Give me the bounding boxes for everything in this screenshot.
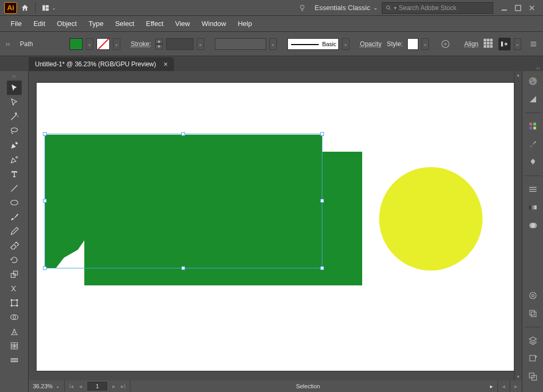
ellipse-tool[interactable] [7, 195, 22, 210]
selection-tool[interactable] [7, 81, 22, 95]
curvature-tool[interactable] [7, 152, 22, 167]
isolate-dropdown[interactable]: ⌄ [514, 38, 521, 50]
menu-help[interactable]: Help [232, 18, 257, 30]
stroke-swatch-none[interactable] [97, 38, 110, 50]
arrange-documents-icon[interactable]: ⌄ [38, 0, 59, 16]
handle-s[interactable] [181, 266, 185, 270]
width-tool[interactable] [7, 281, 22, 295]
lasso-tool[interactable] [7, 124, 22, 138]
pencil-tool[interactable] [7, 224, 22, 238]
search-input[interactable]: ▾ Search Adobe Stock [382, 2, 493, 14]
zoom-field[interactable]: 36.23% ⌄ [29, 380, 65, 392]
last-artboard-icon[interactable]: ▸I [121, 383, 126, 390]
handle-e[interactable] [320, 199, 324, 203]
artboard-index[interactable]: 1 [87, 382, 107, 390]
prev-artboard-icon[interactable]: ◂ [79, 383, 82, 390]
yellow-circle[interactable] [379, 167, 483, 271]
menu-window[interactable]: Window [196, 18, 231, 30]
variable-width-profile[interactable] [215, 38, 266, 50]
stroke-dropdown[interactable]: ⌄ [113, 38, 120, 50]
style-swatch[interactable] [407, 38, 418, 50]
canvas-area[interactable]: ▴ ▾ 36.23% ⌄ I◂ ◂ 1 ▸ ▸I Selection ▸ ◂ ▸ [29, 71, 522, 392]
fill-dropdown[interactable]: ⌄ [86, 38, 93, 50]
pen-tool[interactable] [7, 138, 22, 152]
panels-collapse-chevron[interactable]: ‹‹ [536, 65, 540, 71]
home-icon[interactable] [17, 0, 33, 16]
vertical-scrollbar[interactable]: ▴ ▾ [514, 71, 522, 380]
selection-bounding-box[interactable] [45, 134, 322, 268]
brush-dropdown[interactable]: ⌄ [342, 38, 349, 50]
shape-builder-tool[interactable] [7, 310, 22, 324]
first-artboard-icon[interactable]: I◂ [69, 383, 74, 390]
line-tool[interactable] [7, 181, 22, 195]
direct-selection-tool[interactable] [7, 95, 22, 109]
appearance-panel-icon[interactable] [526, 289, 540, 302]
tools-collapse-chevron[interactable]: ›› [12, 73, 16, 81]
menu-type[interactable]: Type [83, 18, 109, 30]
menu-file[interactable]: File [5, 18, 27, 30]
stroke-weight-field[interactable] [166, 38, 194, 50]
menu-effect[interactable]: Effect [141, 18, 169, 30]
mesh-tool[interactable] [7, 338, 22, 353]
artboards-panel-icon[interactable] [526, 370, 540, 384]
scroll-left-icon[interactable]: ◂ [498, 380, 510, 392]
free-transform-tool[interactable] [7, 295, 22, 310]
brush-definition[interactable]: Basic [287, 38, 339, 50]
horizontal-scrollbar[interactable] [29, 372, 514, 380]
expand-control-icon[interactable]: ›› [3, 40, 13, 48]
handle-n[interactable] [181, 132, 185, 136]
asset-export-panel-icon[interactable] [526, 352, 540, 365]
stroke-label[interactable]: Stroke: [130, 40, 152, 48]
brushes-panel-icon[interactable] [526, 137, 540, 151]
menu-edit[interactable]: Edit [28, 18, 50, 30]
handle-se[interactable] [320, 266, 324, 270]
variable-width-dropdown[interactable]: ⌄ [269, 38, 277, 50]
status-mode[interactable]: Selection [130, 380, 486, 392]
rotate-tool[interactable] [7, 252, 22, 267]
handle-w[interactable] [43, 199, 47, 203]
lightbulb-icon[interactable] [294, 0, 310, 16]
opacity-label[interactable]: Opacity [359, 40, 383, 48]
menu-object[interactable]: Object [51, 18, 82, 30]
handle-sw[interactable] [43, 266, 47, 270]
style-dropdown[interactable]: ⌄ [422, 38, 429, 50]
transparency-panel-icon[interactable] [526, 219, 540, 232]
document-tab[interactable]: Untitled-1* @ 36.23% (RGB/GPU Preview) × [29, 57, 174, 71]
stroke-weight-dropdown[interactable]: ⌄ [197, 38, 204, 50]
paintbrush-tool[interactable] [7, 210, 22, 224]
control-menu-icon[interactable] [528, 38, 540, 50]
color-guide-panel-icon[interactable] [526, 92, 540, 106]
close-icon[interactable]: × [163, 60, 168, 68]
isolate-mode-icon[interactable] [498, 38, 511, 50]
graphic-styles-panel-icon[interactable] [526, 307, 540, 320]
recolor-artwork-icon[interactable] [439, 38, 451, 50]
menu-select[interactable]: Select [110, 18, 139, 30]
color-panel-icon[interactable] [526, 74, 540, 88]
symbols-panel-icon[interactable] [526, 155, 540, 169]
layers-panel-icon[interactable] [526, 334, 540, 347]
maximize-button[interactable] [512, 3, 524, 13]
gradient-panel-icon[interactable] [526, 201, 540, 214]
artboard[interactable] [37, 83, 514, 371]
scroll-right-icon[interactable]: ▸ [510, 380, 522, 392]
next-artboard-icon[interactable]: ▸ [112, 383, 116, 390]
eraser-tool[interactable] [7, 238, 22, 252]
handle-nw[interactable] [43, 132, 47, 136]
magic-wand-tool[interactable] [7, 109, 22, 124]
fill-swatch[interactable] [69, 38, 83, 50]
type-tool[interactable] [7, 167, 22, 181]
perspective-grid-tool[interactable] [7, 324, 22, 338]
status-play-icon[interactable]: ▸ [486, 380, 498, 392]
minimize-button[interactable] [498, 3, 510, 13]
stroke-panel-icon[interactable] [526, 182, 540, 196]
close-button[interactable] [526, 3, 538, 13]
swatches-panel-icon[interactable] [526, 119, 540, 133]
scroll-up-icon[interactable]: ▴ [514, 71, 522, 79]
align-label[interactable]: Align [463, 40, 480, 48]
scroll-down-icon[interactable]: ▾ [514, 373, 522, 380]
handle-ne[interactable] [320, 132, 324, 136]
workspace-switcher[interactable]: Essentials Classic ⌄ [310, 4, 382, 12]
align-grid-icon[interactable] [483, 38, 495, 50]
stroke-weight-spinner[interactable]: ▲▼ [155, 39, 163, 49]
gradient-tool[interactable] [7, 353, 22, 367]
